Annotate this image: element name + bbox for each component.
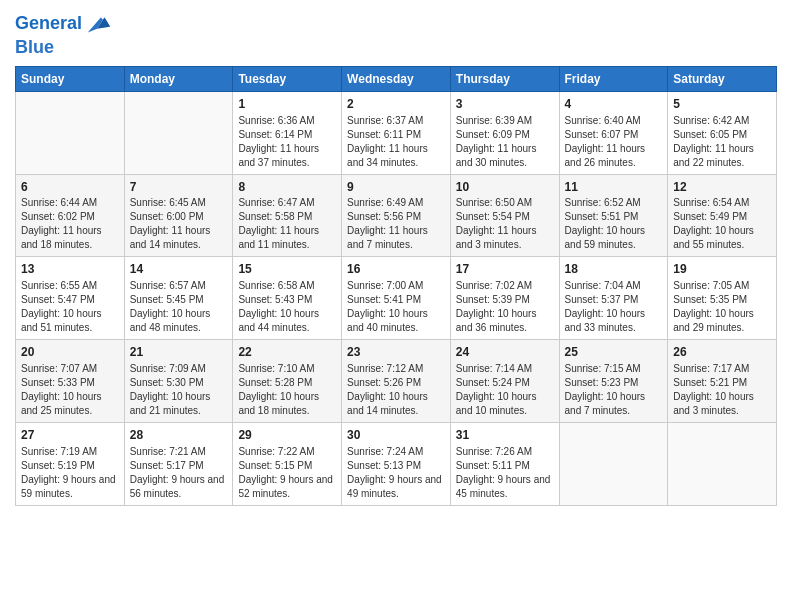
calendar-cell: 8Sunrise: 6:47 AM Sunset: 5:58 PM Daylig… <box>233 174 342 257</box>
day-number: 20 <box>21 344 119 361</box>
calendar-cell: 15Sunrise: 6:58 AM Sunset: 5:43 PM Dayli… <box>233 257 342 340</box>
day-info: Sunrise: 6:55 AM Sunset: 5:47 PM Dayligh… <box>21 279 119 335</box>
day-number: 26 <box>673 344 771 361</box>
day-header-friday: Friday <box>559 66 668 91</box>
calendar-cell: 16Sunrise: 7:00 AM Sunset: 5:41 PM Dayli… <box>342 257 451 340</box>
week-row-2: 6Sunrise: 6:44 AM Sunset: 6:02 PM Daylig… <box>16 174 777 257</box>
day-info: Sunrise: 6:49 AM Sunset: 5:56 PM Dayligh… <box>347 196 445 252</box>
calendar-cell: 2Sunrise: 6:37 AM Sunset: 6:11 PM Daylig… <box>342 91 451 174</box>
day-number: 22 <box>238 344 336 361</box>
calendar-cell: 26Sunrise: 7:17 AM Sunset: 5:21 PM Dayli… <box>668 340 777 423</box>
day-header-wednesday: Wednesday <box>342 66 451 91</box>
day-number: 3 <box>456 96 554 113</box>
calendar-cell: 24Sunrise: 7:14 AM Sunset: 5:24 PM Dayli… <box>450 340 559 423</box>
calendar-cell: 20Sunrise: 7:07 AM Sunset: 5:33 PM Dayli… <box>16 340 125 423</box>
day-info: Sunrise: 6:57 AM Sunset: 5:45 PM Dayligh… <box>130 279 228 335</box>
logo-blue: Blue <box>15 38 112 58</box>
day-info: Sunrise: 6:44 AM Sunset: 6:02 PM Dayligh… <box>21 196 119 252</box>
week-row-5: 27Sunrise: 7:19 AM Sunset: 5:19 PM Dayli… <box>16 422 777 505</box>
calendar-cell: 11Sunrise: 6:52 AM Sunset: 5:51 PM Dayli… <box>559 174 668 257</box>
header: General Blue <box>15 10 777 58</box>
day-info: Sunrise: 6:39 AM Sunset: 6:09 PM Dayligh… <box>456 114 554 170</box>
calendar-cell: 6Sunrise: 6:44 AM Sunset: 6:02 PM Daylig… <box>16 174 125 257</box>
calendar-cell: 14Sunrise: 6:57 AM Sunset: 5:45 PM Dayli… <box>124 257 233 340</box>
calendar-cell: 21Sunrise: 7:09 AM Sunset: 5:30 PM Dayli… <box>124 340 233 423</box>
calendar-cell: 28Sunrise: 7:21 AM Sunset: 5:17 PM Dayli… <box>124 422 233 505</box>
day-info: Sunrise: 7:14 AM Sunset: 5:24 PM Dayligh… <box>456 362 554 418</box>
calendar-cell <box>559 422 668 505</box>
calendar-cell <box>668 422 777 505</box>
day-info: Sunrise: 6:45 AM Sunset: 6:00 PM Dayligh… <box>130 196 228 252</box>
day-header-saturday: Saturday <box>668 66 777 91</box>
calendar-cell: 17Sunrise: 7:02 AM Sunset: 5:39 PM Dayli… <box>450 257 559 340</box>
day-number: 4 <box>565 96 663 113</box>
day-number: 14 <box>130 261 228 278</box>
day-info: Sunrise: 7:21 AM Sunset: 5:17 PM Dayligh… <box>130 445 228 501</box>
day-number: 28 <box>130 427 228 444</box>
day-header-monday: Monday <box>124 66 233 91</box>
day-number: 18 <box>565 261 663 278</box>
day-info: Sunrise: 7:00 AM Sunset: 5:41 PM Dayligh… <box>347 279 445 335</box>
calendar-cell: 10Sunrise: 6:50 AM Sunset: 5:54 PM Dayli… <box>450 174 559 257</box>
day-number: 9 <box>347 179 445 196</box>
day-number: 17 <box>456 261 554 278</box>
day-header-tuesday: Tuesday <box>233 66 342 91</box>
day-info: Sunrise: 6:42 AM Sunset: 6:05 PM Dayligh… <box>673 114 771 170</box>
calendar-cell: 4Sunrise: 6:40 AM Sunset: 6:07 PM Daylig… <box>559 91 668 174</box>
day-info: Sunrise: 6:47 AM Sunset: 5:58 PM Dayligh… <box>238 196 336 252</box>
day-number: 24 <box>456 344 554 361</box>
calendar-cell <box>16 91 125 174</box>
day-info: Sunrise: 7:24 AM Sunset: 5:13 PM Dayligh… <box>347 445 445 501</box>
calendar-cell: 25Sunrise: 7:15 AM Sunset: 5:23 PM Dayli… <box>559 340 668 423</box>
calendar-cell: 29Sunrise: 7:22 AM Sunset: 5:15 PM Dayli… <box>233 422 342 505</box>
day-number: 8 <box>238 179 336 196</box>
day-info: Sunrise: 7:12 AM Sunset: 5:26 PM Dayligh… <box>347 362 445 418</box>
day-info: Sunrise: 6:40 AM Sunset: 6:07 PM Dayligh… <box>565 114 663 170</box>
calendar-cell: 9Sunrise: 6:49 AM Sunset: 5:56 PM Daylig… <box>342 174 451 257</box>
calendar-cell: 5Sunrise: 6:42 AM Sunset: 6:05 PM Daylig… <box>668 91 777 174</box>
day-number: 13 <box>21 261 119 278</box>
logo-text: General <box>15 14 82 34</box>
day-info: Sunrise: 7:17 AM Sunset: 5:21 PM Dayligh… <box>673 362 771 418</box>
day-number: 7 <box>130 179 228 196</box>
day-info: Sunrise: 6:58 AM Sunset: 5:43 PM Dayligh… <box>238 279 336 335</box>
day-info: Sunrise: 6:52 AM Sunset: 5:51 PM Dayligh… <box>565 196 663 252</box>
day-header-thursday: Thursday <box>450 66 559 91</box>
calendar-cell: 22Sunrise: 7:10 AM Sunset: 5:28 PM Dayli… <box>233 340 342 423</box>
calendar-cell: 1Sunrise: 6:36 AM Sunset: 6:14 PM Daylig… <box>233 91 342 174</box>
day-info: Sunrise: 6:37 AM Sunset: 6:11 PM Dayligh… <box>347 114 445 170</box>
day-number: 2 <box>347 96 445 113</box>
day-number: 5 <box>673 96 771 113</box>
day-number: 21 <box>130 344 228 361</box>
calendar-cell: 12Sunrise: 6:54 AM Sunset: 5:49 PM Dayli… <box>668 174 777 257</box>
day-info: Sunrise: 6:50 AM Sunset: 5:54 PM Dayligh… <box>456 196 554 252</box>
week-row-3: 13Sunrise: 6:55 AM Sunset: 5:47 PM Dayli… <box>16 257 777 340</box>
calendar-cell <box>124 91 233 174</box>
calendar-cell: 3Sunrise: 6:39 AM Sunset: 6:09 PM Daylig… <box>450 91 559 174</box>
day-number: 12 <box>673 179 771 196</box>
day-info: Sunrise: 7:09 AM Sunset: 5:30 PM Dayligh… <box>130 362 228 418</box>
calendar-cell: 27Sunrise: 7:19 AM Sunset: 5:19 PM Dayli… <box>16 422 125 505</box>
calendar-cell: 30Sunrise: 7:24 AM Sunset: 5:13 PM Dayli… <box>342 422 451 505</box>
day-info: Sunrise: 7:10 AM Sunset: 5:28 PM Dayligh… <box>238 362 336 418</box>
logo-icon <box>84 10 112 38</box>
day-info: Sunrise: 7:15 AM Sunset: 5:23 PM Dayligh… <box>565 362 663 418</box>
calendar-cell: 7Sunrise: 6:45 AM Sunset: 6:00 PM Daylig… <box>124 174 233 257</box>
day-info: Sunrise: 6:54 AM Sunset: 5:49 PM Dayligh… <box>673 196 771 252</box>
calendar-cell: 23Sunrise: 7:12 AM Sunset: 5:26 PM Dayli… <box>342 340 451 423</box>
day-info: Sunrise: 7:02 AM Sunset: 5:39 PM Dayligh… <box>456 279 554 335</box>
day-number: 23 <box>347 344 445 361</box>
day-number: 19 <box>673 261 771 278</box>
day-header-sunday: Sunday <box>16 66 125 91</box>
day-number: 27 <box>21 427 119 444</box>
day-number: 25 <box>565 344 663 361</box>
day-number: 29 <box>238 427 336 444</box>
day-number: 11 <box>565 179 663 196</box>
day-info: Sunrise: 7:07 AM Sunset: 5:33 PM Dayligh… <box>21 362 119 418</box>
calendar-page: General Blue SundayMondayTuesdayWednesda… <box>0 0 792 612</box>
day-number: 16 <box>347 261 445 278</box>
day-info: Sunrise: 7:22 AM Sunset: 5:15 PM Dayligh… <box>238 445 336 501</box>
day-info: Sunrise: 7:26 AM Sunset: 5:11 PM Dayligh… <box>456 445 554 501</box>
day-info: Sunrise: 7:19 AM Sunset: 5:19 PM Dayligh… <box>21 445 119 501</box>
calendar-table: SundayMondayTuesdayWednesdayThursdayFrid… <box>15 66 777 506</box>
